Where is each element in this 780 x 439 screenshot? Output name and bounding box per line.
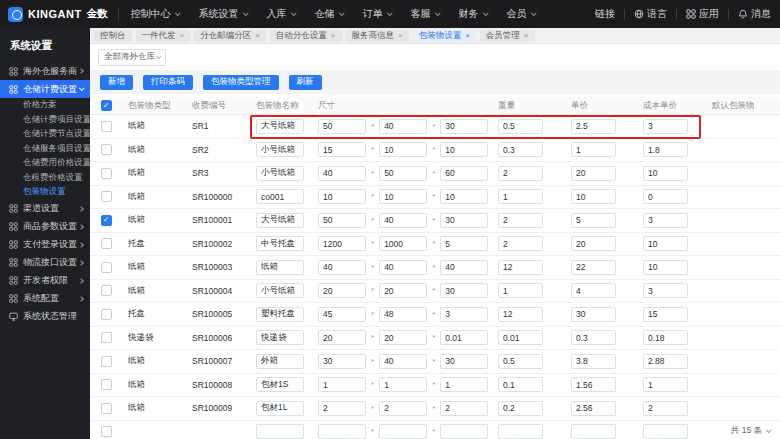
dimension-width-input[interactable] [379,142,427,157]
topnav-item-仓储[interactable]: 仓储 [315,7,343,21]
topbar-action-消息[interactable]: 消息 [729,7,780,21]
packaging-name-input[interactable] [256,307,304,322]
dimension-height-input[interactable] [440,260,488,275]
cost-price-input[interactable] [643,401,688,416]
unit-price-input[interactable] [571,189,616,204]
packaging-name-input[interactable] [256,401,304,416]
sidebar-item-物流接口设置[interactable]: 物流接口设置 [0,254,90,272]
cost-price-input[interactable] [643,283,688,298]
sidebar-subitem-仓储费用价格设置[interactable]: 仓储费用价格设置 [0,156,90,171]
brand-logo[interactable]: KINGANT 金数 [0,7,118,22]
select-all-checkbox[interactable]: ✓ [101,100,112,111]
packaging-name-input[interactable] [256,189,304,204]
dimension-width-input[interactable] [379,213,427,228]
dimension-height-input[interactable] [440,330,488,345]
dimension-width-input[interactable] [379,283,427,298]
sidebar-item-系统配置[interactable]: 系统配置 [0,290,90,308]
row-checkbox[interactable] [101,238,112,249]
dimension-length-input[interactable] [318,330,366,345]
dimension-width-input[interactable] [379,377,427,392]
dimension-height-input[interactable] [440,119,488,134]
dimension-width-input[interactable] [379,307,427,322]
dimension-width-input[interactable] [379,189,427,204]
sidebar-subitem-仓储服务项目设置[interactable]: 仓储服务项目设置 [0,142,90,157]
weight-input[interactable] [498,401,543,416]
dimension-length-input[interactable] [318,307,366,322]
weight-input[interactable] [498,236,543,251]
topbar-action-链接[interactable]: 链接 [586,7,624,21]
tab-自动分仓设置[interactable]: 自动分仓设置× [270,30,342,42]
dimension-height-input[interactable] [440,307,488,322]
cost-price-input[interactable] [643,330,688,345]
row-checkbox[interactable] [101,332,112,343]
dimension-length-input[interactable] [318,236,366,251]
packaging-name-input[interactable] [256,330,304,345]
dimension-length-input[interactable] [318,377,366,392]
close-icon[interactable]: × [180,32,185,40]
topnav-item-财务[interactable]: 财务 [459,7,487,21]
dimension-length-input[interactable] [318,166,366,181]
dimension-length-input[interactable] [318,189,366,204]
toolbar-button-包装物类型管理[interactable]: 包装物类型管理 [203,75,279,90]
row-checkbox[interactable] [101,121,112,132]
cost-price-input[interactable] [643,189,688,204]
unit-price-input[interactable] [571,142,616,157]
unit-price-input[interactable] [571,401,616,416]
packaging-name-input[interactable] [256,377,304,392]
unit-price-input[interactable] [571,236,616,251]
dimension-height-input[interactable] [440,213,488,228]
sidebar-item-开发者权限[interactable]: 开发者权限 [0,272,90,290]
sidebar-item-渠道设置[interactable]: 渠道设置 [0,200,90,218]
weight-input[interactable] [498,283,543,298]
packaging-name-input[interactable] [256,260,304,275]
unit-price-input[interactable] [571,260,616,275]
cost-price-input[interactable] [643,119,688,134]
dimension-width-input[interactable] [379,330,427,345]
cost-price-input[interactable] [643,166,688,181]
weight-input[interactable] [498,354,543,369]
dimension-width-input[interactable] [379,236,427,251]
topbar-action-应用[interactable]: 应用 [677,7,728,21]
topnav-item-客服[interactable]: 客服 [411,7,439,21]
dimension-width-input[interactable] [379,260,427,275]
sidebar-item-系统状态管理[interactable]: 系统状态管理 [0,308,90,326]
cost-price-input[interactable] [643,377,688,392]
weight-input[interactable] [498,377,543,392]
unit-price-input[interactable] [571,354,616,369]
toolbar-button-新增[interactable]: 新增 [100,75,133,90]
unit-price-input[interactable] [571,377,616,392]
sidebar-subitem-仓储计费节点设置[interactable]: 仓储计费节点设置 [0,127,90,142]
dimension-width-input[interactable] [379,401,427,416]
dimension-height-input[interactable] [440,424,488,439]
topbar-action-语言[interactable]: 语言 [625,7,676,21]
dimension-width-input[interactable] [379,424,427,439]
dimension-length-input[interactable] [318,401,366,416]
dimension-length-input[interactable] [318,354,366,369]
weight-input[interactable] [498,213,543,228]
packaging-name-input[interactable] [256,424,304,439]
close-icon[interactable]: × [255,32,260,40]
weight-input[interactable] [498,424,543,439]
weight-input[interactable] [498,260,543,275]
close-icon[interactable]: × [331,32,336,40]
sidebar-item-支付登录设置[interactable]: 支付登录设置 [0,236,90,254]
row-checkbox[interactable] [101,356,112,367]
row-checkbox[interactable]: ✓ [101,215,112,226]
packaging-name-input[interactable] [256,213,304,228]
dimension-length-input[interactable] [318,213,366,228]
sidebar-subitem-仓储计费项目设置[interactable]: 仓储计费项目设置 [0,113,90,128]
packaging-name-input[interactable] [256,236,304,251]
unit-price-input[interactable] [571,307,616,322]
dimension-height-input[interactable] [440,189,488,204]
row-checkbox[interactable] [101,285,112,296]
topnav-item-系统设置[interactable]: 系统设置 [199,7,247,21]
dimension-length-input[interactable] [318,142,366,157]
weight-input[interactable] [498,330,543,345]
topnav-item-会员[interactable]: 会员 [507,7,535,21]
unit-price-input[interactable] [571,424,616,439]
toolbar-button-刷新[interactable]: 刷新 [289,75,322,90]
tab-会员管理[interactable]: 会员管理× [480,30,535,42]
dimension-width-input[interactable] [379,354,427,369]
row-checkbox[interactable] [101,168,112,179]
row-checkbox[interactable] [101,379,112,390]
